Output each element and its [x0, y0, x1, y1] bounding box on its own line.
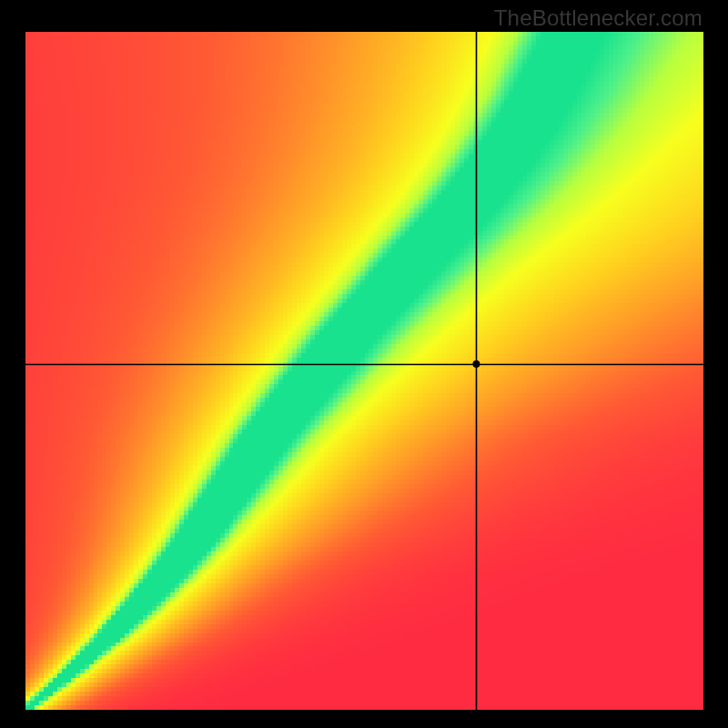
watermark-text: TheBottlenecker.com	[494, 5, 703, 31]
plot-area	[25, 32, 703, 710]
overlay-canvas	[25, 32, 703, 710]
chart-frame: TheBottlenecker.com	[0, 0, 728, 728]
